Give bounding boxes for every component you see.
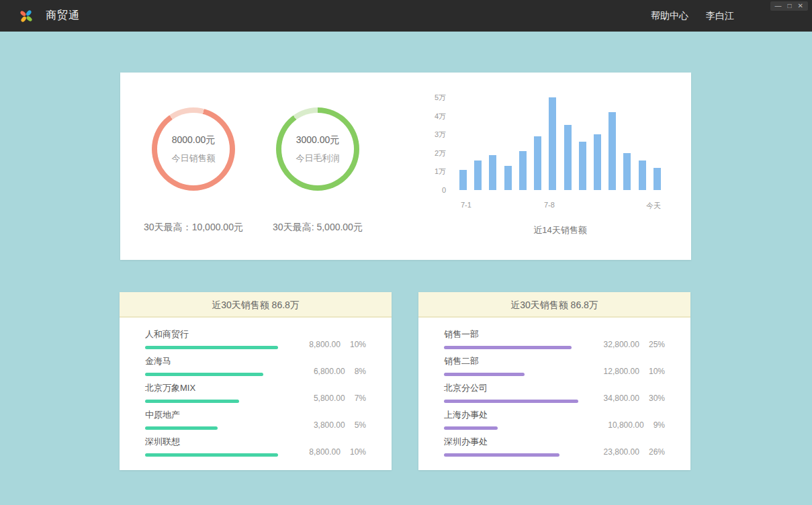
donut-center-text: 3000.00元 今日毛利润 xyxy=(276,107,359,191)
minimize-icon[interactable]: — xyxy=(775,1,782,11)
rank-percent: 10% xyxy=(649,367,665,376)
rank-amount: 23,800.00 xyxy=(604,447,639,457)
rank-progress-bar xyxy=(145,346,278,349)
rank-amount: 10,800.00 xyxy=(608,420,643,430)
rank-amount: 34,800.00 xyxy=(604,394,639,403)
user-name-link[interactable]: 李白江 xyxy=(706,10,734,22)
rank-row: 人和商贸行 8,800.0010% xyxy=(145,328,366,355)
bar xyxy=(474,160,482,190)
rank-row-left: 北京分公司 xyxy=(444,382,578,403)
rank-value: 12,800.0010% xyxy=(604,367,665,376)
rank-name: 深圳办事处 xyxy=(444,436,578,448)
rank-row-left: 上海办事处 xyxy=(444,409,578,430)
rank-percent: 30% xyxy=(649,394,665,403)
rank-amount: 8,800.00 xyxy=(309,447,341,457)
bar xyxy=(489,155,496,190)
overview-card: 8000.00元 今日销售额 30天最高：10,000.00元 3000.00元… xyxy=(120,73,691,260)
rank-card-title: 近30天销售额 86.8万 xyxy=(120,292,392,318)
rank-value: 10,800.009% xyxy=(608,420,665,430)
rank-value: 5,800.007% xyxy=(314,394,366,403)
rank-row: 上海办事处 10,800.009% xyxy=(444,409,665,436)
y-tick-label: 2万 xyxy=(426,149,446,157)
bar xyxy=(564,125,572,190)
rank-percent: 9% xyxy=(653,420,665,430)
x-tick-first: 7-1 xyxy=(461,201,471,209)
rank-percent: 8% xyxy=(355,367,366,376)
chart-x-axis: 7-1 7-8 今天 xyxy=(459,201,661,210)
rank-name: 中原地产 xyxy=(145,409,279,421)
rank-amount: 8,800.00 xyxy=(309,340,341,349)
bar xyxy=(549,97,556,190)
donut-center-text: 8000.00元 今日销售额 xyxy=(152,107,235,191)
sales-14day-bar-chart: 5万4万3万2万1万0 7-1 7-8 今天 近14天销售额 xyxy=(426,91,674,252)
today-sales-donut-block: 8000.00元 今日销售额 30天最高：10,000.00元 xyxy=(130,107,257,234)
rank-amount: 32,800.00 xyxy=(604,340,639,349)
y-tick-label: 5万 xyxy=(426,93,446,101)
close-icon[interactable]: ✕ xyxy=(798,1,803,11)
y-tick-label: 4万 xyxy=(426,112,446,120)
rank-percent: 25% xyxy=(649,340,665,349)
bar xyxy=(623,153,631,190)
rank-percent: 10% xyxy=(350,447,366,457)
rank-row-left: 中原地产 xyxy=(145,409,279,430)
bar xyxy=(579,142,586,190)
rank-progress-bar xyxy=(444,373,525,376)
bar xyxy=(534,136,541,190)
rank-card-title: 近30天销售额 86.8万 xyxy=(418,292,690,318)
rank-name: 人和商贸行 xyxy=(145,328,279,340)
bar-chart-bars xyxy=(459,97,661,190)
bar xyxy=(504,166,512,190)
rank-percent: 26% xyxy=(649,447,665,457)
bar xyxy=(653,168,661,190)
sales-30day-max-note: 30天最高：10,000.00元 xyxy=(130,222,257,234)
today-profit-value: 3000.00元 xyxy=(296,134,340,146)
rank-row: 北京分公司 34,800.0030% xyxy=(444,382,665,409)
rank-progress-bar xyxy=(145,426,218,430)
titlebar-right: 帮助中心 李白江 xyxy=(651,10,812,22)
rank-row-left: 深圳办事处 xyxy=(444,436,578,457)
rank-value: 6,800.008% xyxy=(314,367,366,376)
maximize-icon[interactable]: □ xyxy=(788,1,792,11)
rank-row-left: 销售一部 xyxy=(444,328,578,349)
rank-percent: 10% xyxy=(350,340,366,349)
rank-value: 3,800.005% xyxy=(314,420,366,430)
rank-progress-bar xyxy=(444,400,578,403)
today-profit-donut: 3000.00元 今日毛利润 xyxy=(276,107,359,191)
bar xyxy=(639,160,646,190)
rank-row-left: 深圳联想 xyxy=(145,436,279,457)
bar xyxy=(608,112,616,190)
today-sales-donut: 8000.00元 今日销售额 xyxy=(152,107,235,191)
chart-y-axis: 5万4万3万2万1万0 xyxy=(426,93,453,194)
rank-row: 中原地产 3,800.005% xyxy=(145,409,366,436)
help-center-link[interactable]: 帮助中心 xyxy=(651,10,688,22)
bar xyxy=(519,151,527,190)
app-title: 商贸通 xyxy=(46,9,80,23)
rank-progress-bar xyxy=(145,373,263,376)
chart-title: 近14天销售额 xyxy=(459,224,661,236)
x-tick-last: 今天 xyxy=(646,201,661,211)
rank-value: 23,800.0026% xyxy=(604,447,665,457)
rank-progress-bar xyxy=(145,400,239,403)
y-tick-label: 3万 xyxy=(426,130,446,138)
rank-value: 8,800.0010% xyxy=(309,447,366,457)
rank-row-left: 人和商贸行 xyxy=(145,328,279,349)
rank-list: 销售一部 32,800.0025% 销售二部 12,800.0010% 北京分公… xyxy=(418,318,690,463)
rank-row: 销售二部 12,800.0010% xyxy=(444,355,665,382)
today-sales-label: 今日销售额 xyxy=(172,152,216,165)
today-sales-value: 8000.00元 xyxy=(172,134,216,146)
rank-name: 金海马 xyxy=(145,355,279,367)
rank-name: 深圳联想 xyxy=(145,436,279,448)
rank-value: 34,800.0030% xyxy=(604,394,665,403)
x-tick-middle: 7-8 xyxy=(544,201,555,209)
rank-row-left: 北京万象MIX xyxy=(145,382,279,403)
rank-amount: 3,800.00 xyxy=(314,420,345,430)
y-tick-label: 0 xyxy=(426,186,446,194)
rank-value: 8,800.0010% xyxy=(309,340,366,349)
y-tick-label: 1万 xyxy=(426,167,446,175)
rank-percent: 7% xyxy=(355,394,366,403)
rank-row: 深圳办事处 23,800.0026% xyxy=(444,436,665,463)
rank-progress-bar xyxy=(444,453,559,457)
window-controls: — □ ✕ xyxy=(770,1,808,11)
bar xyxy=(594,134,601,190)
rank-row-left: 销售二部 xyxy=(444,355,578,376)
